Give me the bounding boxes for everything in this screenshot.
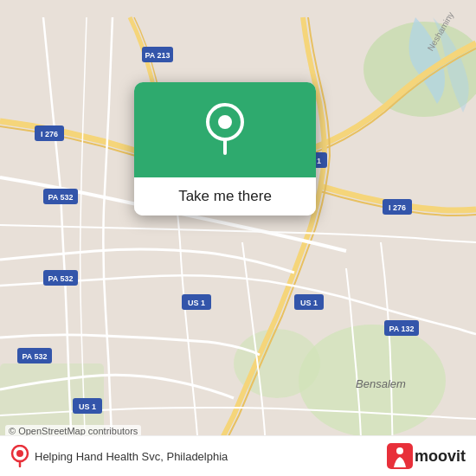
svg-text:PA 132: PA 132 [389,325,414,333]
svg-text:PA 532: PA 532 [22,352,47,361]
svg-point-32 [218,115,232,129]
bottom-pin-icon [10,445,29,467]
moovit-icon [387,443,413,469]
popup-card: Take me there [134,82,316,215]
map-container: I 276 PA 213 PA 532 PA 532 PA 532 US 1 U… [0,0,476,476]
svg-text:I 276: I 276 [389,203,406,212]
bottom-bar: Helping Hand Health Svc, Philadelphia mo… [0,435,476,476]
take-me-there-button[interactable]: Take me there [134,177,316,215]
svg-text:PA 532: PA 532 [48,193,73,202]
svg-text:Bensalem: Bensalem [356,377,406,390]
svg-text:PA 213: PA 213 [145,51,170,60]
location-name: Helping Hand Health Svc, Philadelphia [35,450,228,463]
location-pin-icon [202,103,248,157]
svg-point-38 [396,447,403,454]
map-background: I 276 PA 213 PA 532 PA 532 PA 532 US 1 U… [0,0,476,476]
svg-text:I 276: I 276 [41,130,58,138]
svg-text:PA 532: PA 532 [48,274,73,283]
moovit-logo: moovit [387,443,466,469]
svg-text:US 1: US 1 [188,299,205,307]
svg-point-35 [16,450,23,457]
svg-text:US 1: US 1 [300,299,318,307]
moovit-text: moovit [415,447,466,466]
svg-text:US 1: US 1 [79,402,96,411]
popup-header [134,82,316,177]
